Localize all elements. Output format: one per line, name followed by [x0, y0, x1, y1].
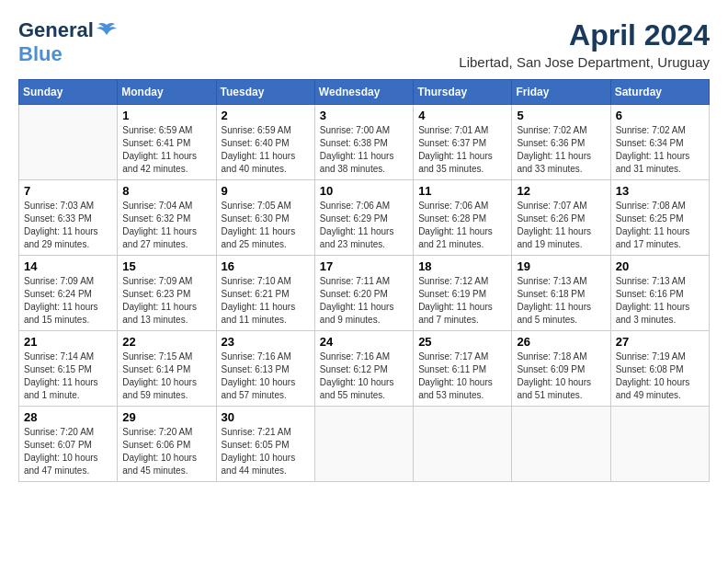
- day-number: 21: [24, 335, 112, 349]
- calendar-cell: 2Sunrise: 6:59 AM Sunset: 6:40 PM Daylig…: [216, 105, 314, 180]
- calendar-cell: 13Sunrise: 7:08 AM Sunset: 6:25 PM Dayli…: [610, 180, 709, 256]
- logo-blue-text: Blue: [18, 42, 63, 66]
- day-info: Sunrise: 7:05 AM Sunset: 6:30 PM Dayligh…: [222, 200, 310, 251]
- day-info: Sunrise: 7:03 AM Sunset: 6:33 PM Dayligh…: [24, 200, 112, 251]
- calendar-cell: 28Sunrise: 7:20 AM Sunset: 6:07 PM Dayli…: [19, 407, 118, 482]
- day-number: 29: [122, 410, 210, 424]
- calendar-cell: 17Sunrise: 7:11 AM Sunset: 6:20 PM Dayli…: [314, 256, 413, 331]
- day-number: 8: [122, 184, 210, 198]
- calendar-cell: [19, 105, 118, 180]
- day-info: Sunrise: 7:13 AM Sunset: 6:16 PM Dayligh…: [616, 275, 704, 327]
- calendar-cell: 23Sunrise: 7:16 AM Sunset: 6:13 PM Dayli…: [216, 331, 314, 407]
- day-info: Sunrise: 7:12 AM Sunset: 6:19 PM Dayligh…: [418, 275, 506, 327]
- calendar-cell: 16Sunrise: 7:10 AM Sunset: 6:21 PM Dayli…: [216, 256, 314, 331]
- day-info: Sunrise: 7:09 AM Sunset: 6:23 PM Dayligh…: [122, 275, 210, 327]
- day-info: Sunrise: 7:01 AM Sunset: 6:37 PM Dayligh…: [418, 124, 506, 176]
- day-info: Sunrise: 7:02 AM Sunset: 6:34 PM Dayligh…: [616, 124, 704, 176]
- weekday-header-tuesday: Tuesday: [216, 80, 314, 105]
- day-number: 25: [418, 335, 506, 349]
- day-number: 16: [222, 259, 310, 273]
- calendar-cell: 5Sunrise: 7:02 AM Sunset: 6:36 PM Daylig…: [512, 105, 610, 180]
- calendar-cell: 3Sunrise: 7:00 AM Sunset: 6:38 PM Daylig…: [314, 105, 413, 180]
- day-number: 15: [122, 259, 210, 273]
- day-info: Sunrise: 7:15 AM Sunset: 6:14 PM Dayligh…: [122, 350, 210, 402]
- calendar-week-3: 14Sunrise: 7:09 AM Sunset: 6:24 PM Dayli…: [19, 256, 710, 331]
- day-number: 14: [24, 259, 112, 273]
- day-number: 26: [517, 335, 605, 349]
- day-number: 10: [320, 184, 408, 198]
- title-block: April 2024 Libertad, San Jose Department…: [459, 18, 710, 70]
- day-info: Sunrise: 7:20 AM Sunset: 6:06 PM Dayligh…: [122, 426, 210, 477]
- day-info: Sunrise: 7:06 AM Sunset: 6:28 PM Dayligh…: [418, 200, 506, 251]
- calendar-cell: 7Sunrise: 7:03 AM Sunset: 6:33 PM Daylig…: [19, 180, 118, 256]
- calendar-cell: 4Sunrise: 7:01 AM Sunset: 6:37 PM Daylig…: [414, 105, 512, 180]
- weekday-header-sunday: Sunday: [19, 80, 118, 105]
- location-title: Libertad, San Jose Department, Uruguay: [459, 54, 710, 70]
- calendar-cell: 29Sunrise: 7:20 AM Sunset: 6:06 PM Dayli…: [118, 407, 216, 482]
- calendar-header-row: SundayMondayTuesdayWednesdayThursdayFrid…: [19, 80, 710, 105]
- day-number: 4: [418, 109, 506, 122]
- day-info: Sunrise: 7:09 AM Sunset: 6:24 PM Dayligh…: [24, 275, 112, 327]
- day-number: 5: [517, 109, 605, 122]
- day-number: 28: [24, 410, 112, 424]
- day-number: 3: [320, 109, 408, 122]
- calendar-cell: 21Sunrise: 7:14 AM Sunset: 6:15 PM Dayli…: [19, 331, 118, 407]
- calendar-week-2: 7Sunrise: 7:03 AM Sunset: 6:33 PM Daylig…: [19, 180, 710, 256]
- calendar-cell: 15Sunrise: 7:09 AM Sunset: 6:23 PM Dayli…: [118, 256, 216, 331]
- day-number: 7: [24, 184, 112, 198]
- day-info: Sunrise: 7:17 AM Sunset: 6:11 PM Dayligh…: [418, 350, 506, 402]
- logo-general-text: General: [18, 18, 94, 42]
- day-info: Sunrise: 7:04 AM Sunset: 6:32 PM Dayligh…: [122, 200, 210, 251]
- day-info: Sunrise: 6:59 AM Sunset: 6:41 PM Dayligh…: [122, 124, 210, 176]
- bird-icon: [97, 22, 117, 39]
- calendar-cell: 18Sunrise: 7:12 AM Sunset: 6:19 PM Dayli…: [414, 256, 512, 331]
- day-number: 12: [517, 184, 605, 198]
- day-info: Sunrise: 7:21 AM Sunset: 6:05 PM Dayligh…: [222, 426, 310, 477]
- day-number: 2: [222, 109, 310, 122]
- day-number: 18: [418, 259, 506, 273]
- day-number: 1: [122, 109, 210, 122]
- day-info: Sunrise: 7:00 AM Sunset: 6:38 PM Dayligh…: [320, 124, 408, 176]
- calendar-cell: 9Sunrise: 7:05 AM Sunset: 6:30 PM Daylig…: [216, 180, 314, 256]
- calendar-cell: 14Sunrise: 7:09 AM Sunset: 6:24 PM Dayli…: [19, 256, 118, 331]
- day-info: Sunrise: 7:11 AM Sunset: 6:20 PM Dayligh…: [320, 275, 408, 327]
- day-number: 24: [320, 335, 408, 349]
- day-number: 13: [616, 184, 704, 198]
- month-title: April 2024: [459, 18, 710, 52]
- calendar-cell: [610, 407, 709, 482]
- calendar-cell: [414, 407, 512, 482]
- day-info: Sunrise: 7:18 AM Sunset: 6:09 PM Dayligh…: [517, 350, 605, 402]
- day-number: 23: [222, 335, 310, 349]
- calendar-week-4: 21Sunrise: 7:14 AM Sunset: 6:15 PM Dayli…: [19, 331, 710, 407]
- day-info: Sunrise: 6:59 AM Sunset: 6:40 PM Dayligh…: [222, 124, 310, 176]
- calendar-cell: 27Sunrise: 7:19 AM Sunset: 6:08 PM Dayli…: [610, 331, 709, 407]
- calendar-cell: 11Sunrise: 7:06 AM Sunset: 6:28 PM Dayli…: [414, 180, 512, 256]
- calendar-cell: 22Sunrise: 7:15 AM Sunset: 6:14 PM Dayli…: [118, 331, 216, 407]
- day-number: 30: [222, 410, 310, 424]
- day-info: Sunrise: 7:16 AM Sunset: 6:12 PM Dayligh…: [320, 350, 408, 402]
- weekday-header-friday: Friday: [512, 80, 610, 105]
- day-number: 22: [122, 335, 210, 349]
- calendar-cell: 19Sunrise: 7:13 AM Sunset: 6:18 PM Dayli…: [512, 256, 610, 331]
- weekday-header-wednesday: Wednesday: [314, 80, 413, 105]
- calendar-cell: [512, 407, 610, 482]
- day-info: Sunrise: 7:08 AM Sunset: 6:25 PM Dayligh…: [616, 200, 704, 251]
- calendar-cell: 12Sunrise: 7:07 AM Sunset: 6:26 PM Dayli…: [512, 180, 610, 256]
- day-info: Sunrise: 7:10 AM Sunset: 6:21 PM Dayligh…: [222, 275, 310, 327]
- page-header: General Blue April 2024 Libertad, San Jo…: [18, 18, 710, 70]
- day-number: 20: [616, 259, 704, 273]
- day-info: Sunrise: 7:19 AM Sunset: 6:08 PM Dayligh…: [616, 350, 704, 402]
- calendar-cell: 25Sunrise: 7:17 AM Sunset: 6:11 PM Dayli…: [414, 331, 512, 407]
- calendar-cell: 20Sunrise: 7:13 AM Sunset: 6:16 PM Dayli…: [610, 256, 709, 331]
- day-number: 27: [616, 335, 704, 349]
- day-number: 9: [222, 184, 310, 198]
- calendar-cell: 24Sunrise: 7:16 AM Sunset: 6:12 PM Dayli…: [314, 331, 413, 407]
- calendar-cell: [314, 407, 413, 482]
- weekday-header-thursday: Thursday: [414, 80, 512, 105]
- day-info: Sunrise: 7:02 AM Sunset: 6:36 PM Dayligh…: [517, 124, 605, 176]
- day-info: Sunrise: 7:16 AM Sunset: 6:13 PM Dayligh…: [222, 350, 310, 402]
- weekday-header-monday: Monday: [118, 80, 216, 105]
- day-number: 19: [517, 259, 605, 273]
- day-number: 11: [418, 184, 506, 198]
- calendar-cell: 26Sunrise: 7:18 AM Sunset: 6:09 PM Dayli…: [512, 331, 610, 407]
